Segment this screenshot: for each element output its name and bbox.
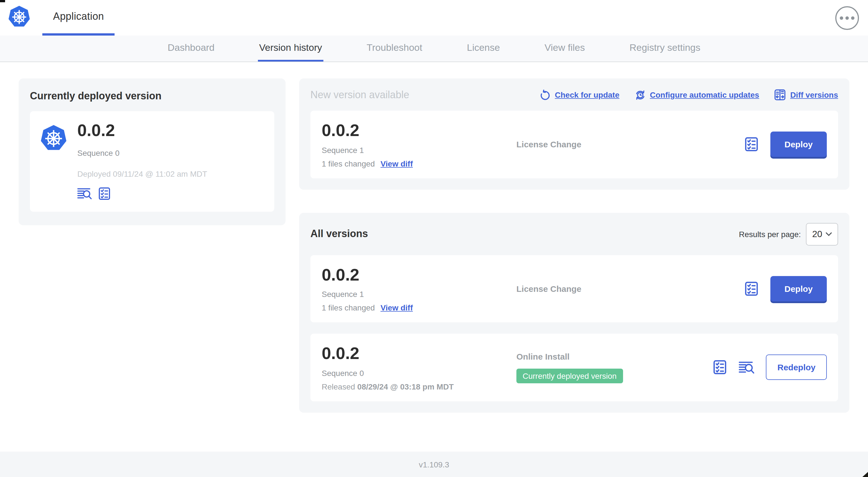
view-diff-link[interactable]: View diff <box>380 303 413 312</box>
tab-view-files[interactable]: View files <box>544 35 586 62</box>
right-column: New version available Check for update <box>299 79 849 412</box>
tab-dashboard[interactable]: Dashboard <box>166 35 216 62</box>
released-timestamp: Released 08/29/24 @ 03:18 pm MDT <box>322 382 517 391</box>
currently-deployed-card: Currently deployed version <box>19 79 286 225</box>
deploy-button[interactable]: Deploy <box>770 276 827 301</box>
preflight-checklist-icon <box>744 281 759 296</box>
results-per-page-label: Results per page: <box>739 230 801 239</box>
console-version: v1.109.3 <box>419 460 449 469</box>
deployed-version-number: 0.0.2 <box>77 121 207 140</box>
row-sequence: Sequence 1 <box>322 145 517 154</box>
version-row-sequence-1: 0.0.2 Sequence 1 1 files changed View di… <box>310 255 838 322</box>
app-header: Application <box>0 0 868 35</box>
app-root: Application Dashboard Version history Tr… <box>0 0 868 477</box>
version-source-label: License Change <box>517 284 744 294</box>
tab-bar: Dashboard Version history Troubleshoot L… <box>0 35 868 62</box>
view-logs-button[interactable] <box>77 186 92 200</box>
preflight-checks-button[interactable] <box>744 281 759 296</box>
results-per-page-select[interactable]: 20 <box>806 223 838 245</box>
diff-versions-link[interactable]: Diff versions <box>774 89 838 101</box>
app-title: Application <box>53 11 104 23</box>
header-spacer <box>115 0 835 35</box>
all-versions-panel: All versions Results per page: 20 0.0 <box>299 212 849 412</box>
version-row-sequence-0: 0.0.2 Sequence 0 Released 08/29/24 @ 03:… <box>310 334 838 401</box>
logs-search-icon <box>739 360 755 375</box>
app-footer: v1.109.3 <box>0 452 868 477</box>
screen-corner-artifact <box>0 0 5 2</box>
new-version-title: New version available <box>310 89 409 101</box>
logs-search-icon <box>77 186 92 200</box>
deployed-sequence: Sequence 0 <box>77 148 207 157</box>
kubernetes-logo-icon <box>8 5 30 30</box>
files-changed-label: 1 files changed <box>322 159 375 168</box>
deploy-button[interactable]: Deploy <box>770 132 827 157</box>
chevron-down-icon <box>826 232 832 236</box>
diff-icon <box>774 89 786 101</box>
tab-troubleshoot[interactable]: Troubleshoot <box>365 35 423 62</box>
version-source-label: Online Install <box>517 352 713 361</box>
new-version-panel: New version available Check for update <box>299 79 849 189</box>
deployed-timestamp: Deployed 09/11/24 @ 11:02 am MDT <box>77 169 207 178</box>
check-for-update-link[interactable]: Check for update <box>539 89 619 101</box>
all-versions-title: All versions <box>310 228 368 240</box>
app-title-tab[interactable]: Application <box>42 0 115 35</box>
currently-deployed-badge: Currently deployed version <box>517 368 623 383</box>
row-sequence: Sequence 0 <box>322 368 517 377</box>
row-version-number: 0.0.2 <box>322 265 517 285</box>
tab-registry-settings[interactable]: Registry settings <box>628 35 702 62</box>
view-diff-link[interactable]: View diff <box>380 159 413 168</box>
files-changed-label: 1 files changed <box>322 303 375 312</box>
preflight-checks-button[interactable] <box>98 186 111 200</box>
preflight-checklist-icon <box>713 360 728 375</box>
version-source-label: License Change <box>517 140 744 149</box>
overflow-menu-button[interactable] <box>835 6 859 30</box>
tab-version-history[interactable]: Version history <box>258 35 323 62</box>
new-version-row: 0.0.2 Sequence 1 1 files changed View di… <box>310 111 838 178</box>
configure-automatic-updates-link[interactable]: Configure automatic updates <box>634 89 759 101</box>
preflight-checks-button[interactable] <box>713 360 728 375</box>
preflight-checklist-icon <box>744 137 759 152</box>
clock-sync-icon <box>634 89 646 101</box>
deployed-version-card: 0.0.2 Sequence 0 Deployed 09/11/24 @ 11:… <box>30 111 274 211</box>
preflight-checklist-icon <box>98 186 111 200</box>
redeploy-button[interactable]: Redeploy <box>766 355 827 380</box>
row-version-number: 0.0.2 <box>322 344 517 363</box>
view-logs-button[interactable] <box>739 360 755 375</box>
kubernetes-app-icon <box>40 124 67 153</box>
refresh-icon <box>539 89 551 101</box>
deployed-card-title: Currently deployed version <box>30 90 274 102</box>
row-version-number: 0.0.2 <box>322 121 517 140</box>
main-content: Currently deployed version <box>0 62 868 452</box>
tab-license[interactable]: License <box>466 35 501 62</box>
row-sequence: Sequence 1 <box>322 290 517 299</box>
preflight-checks-button[interactable] <box>744 137 759 152</box>
